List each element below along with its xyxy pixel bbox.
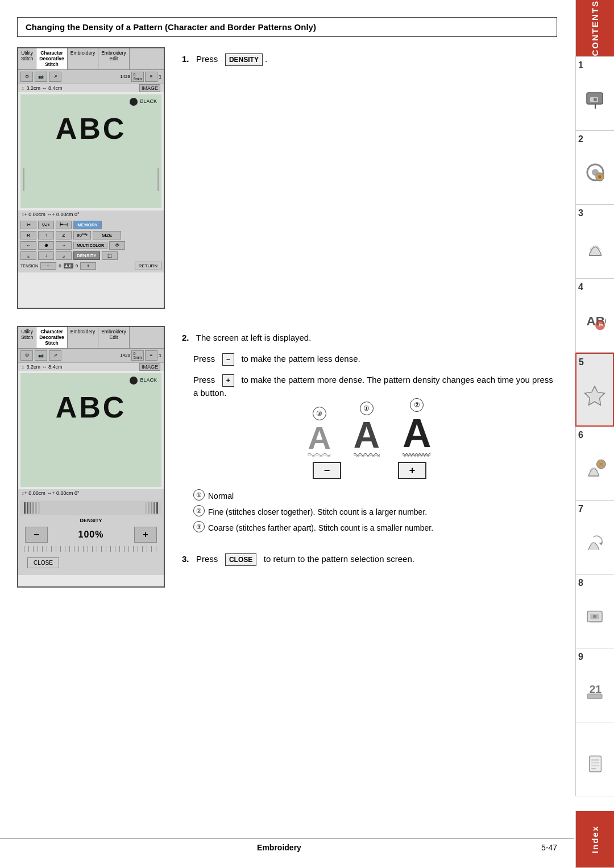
svg-rect-24 bbox=[589, 756, 601, 772]
stitch-coarse bbox=[308, 450, 330, 458]
sidebar-tab-1[interactable]: 1 bbox=[575, 57, 614, 131]
svg-point-2 bbox=[594, 98, 597, 101]
btn-br[interactable]: ⌟ bbox=[56, 251, 72, 260]
btn-90[interactable]: 90°↷ bbox=[73, 231, 91, 239]
btn-tension-plus[interactable]: + bbox=[80, 262, 96, 270]
sidebar-tab-3[interactable]: 3 bbox=[575, 205, 614, 279]
sidebar-contents-label: CONTENTS bbox=[590, 0, 600, 56]
measurement-row-2: ↕ 3.2cm ↔ 8.4cm IMAGE bbox=[18, 363, 164, 371]
btn-up[interactable]: ↑ bbox=[38, 231, 54, 239]
step2-pre2: Press bbox=[193, 375, 215, 385]
tension-label: TENSION bbox=[20, 264, 38, 268]
sidebar-num-3: 3 bbox=[578, 208, 583, 218]
sidebar-tab-6[interactable]: 6 bbox=[575, 427, 614, 501]
step2-minus-line: Press − to make the pattern less dense. bbox=[193, 353, 557, 366]
close-btn-screen[interactable]: CLOSE bbox=[27, 557, 59, 568]
minus-key[interactable]: − bbox=[222, 353, 234, 366]
screen-tab-utility[interactable]: Utility Stitch bbox=[18, 48, 36, 69]
btn-right[interactable]: → bbox=[56, 241, 72, 250]
screen2-tab-character[interactable]: Character Decorative Stitch bbox=[36, 327, 67, 348]
screen-tabs-2: Utility Stitch Character Decorative Stit… bbox=[18, 327, 164, 349]
btn-r[interactable]: R bbox=[20, 231, 36, 239]
sidebar-icon-1 bbox=[584, 87, 606, 112]
btn-tension-minus[interactable]: − bbox=[40, 262, 56, 270]
pm-row-screen: − 100% + bbox=[20, 524, 161, 545]
btn-left[interactable]: ← bbox=[20, 241, 36, 250]
legend-text-3: Coarse (stitches farther apart). Stitch … bbox=[208, 520, 433, 536]
legend-circle-3: ③ bbox=[193, 521, 205, 532]
abc-fine: A bbox=[403, 411, 432, 456]
btn-minus-screen[interactable]: − bbox=[25, 527, 48, 543]
step1-num: 1. bbox=[182, 54, 189, 64]
density-key[interactable]: DENSITY bbox=[225, 53, 263, 66]
screen-tab-edit[interactable]: Embroidery Edit bbox=[98, 48, 129, 69]
btn-size[interactable]: SIZE bbox=[93, 231, 121, 239]
legend-text-2: Fine (stitches closer together). Stitch … bbox=[208, 504, 427, 520]
step2-num: 2. bbox=[182, 333, 189, 342]
pm-illustration-row: − + bbox=[182, 462, 557, 479]
btn-density-1[interactable]: DENSITY bbox=[73, 251, 100, 260]
step1-end: . bbox=[265, 54, 267, 64]
btn-frame[interactable]: ⬚ bbox=[102, 251, 118, 260]
sidebar-tab-contents[interactable]: CONTENTS bbox=[575, 0, 614, 57]
btn-rotate[interactable]: ⟳ bbox=[109, 241, 125, 250]
sidebar-tab-9[interactable]: 9 21 bbox=[575, 648, 614, 722]
btn-plus-screen[interactable]: + bbox=[134, 527, 157, 543]
svg-point-7 bbox=[598, 175, 601, 179]
sidebar-tab-5[interactable]: 5 bbox=[575, 353, 614, 427]
btn-forward[interactable]: Z bbox=[56, 231, 72, 239]
pm-plus-illus: + bbox=[398, 462, 426, 479]
close-key[interactable]: CLOSE bbox=[225, 553, 256, 566]
sidebar-icon-3 bbox=[584, 234, 606, 261]
btn-memory[interactable]: MEMORY bbox=[73, 221, 102, 229]
black-label-2: BLACK bbox=[23, 377, 159, 385]
sidebar-icon-7 bbox=[584, 530, 606, 557]
icon-camera: 📷 bbox=[35, 72, 47, 82]
plus-key[interactable]: + bbox=[222, 374, 234, 387]
icon-row-2: ⚙ 📷 ↗ 1429 05min ≡ 1 bbox=[18, 349, 164, 363]
legend-circle-2: ② bbox=[193, 505, 205, 516]
abc-text-1: ABC bbox=[23, 106, 159, 151]
svg-rect-23 bbox=[587, 693, 602, 698]
sidebar-tab-doc[interactable] bbox=[575, 722, 614, 796]
btn-down[interactable]: ↓ bbox=[38, 251, 54, 260]
btn-scissors[interactable]: ✂ bbox=[20, 221, 36, 229]
screen2-tab-utility[interactable]: Utility Stitch bbox=[18, 327, 36, 348]
step2-pre1: Press bbox=[193, 354, 215, 363]
sidebar-tab-4[interactable]: 4 ABC ✂ bbox=[575, 279, 614, 353]
black-label-1: BLACK bbox=[23, 98, 159, 106]
sidebar-icon-8 bbox=[584, 604, 606, 631]
btn-pm[interactable]: V-/+ bbox=[38, 221, 54, 229]
icon-row-1: ⚙ 📷 ↗ 1429 05min ≡ 1 bbox=[18, 70, 164, 84]
abc-item-coarse: ③ A bbox=[308, 419, 330, 456]
btn-return[interactable]: RETURN bbox=[135, 262, 161, 270]
sidebar-tab-8[interactable]: 8 bbox=[575, 574, 614, 648]
btn-align[interactable]: ⊢⊣ bbox=[56, 221, 72, 229]
btn-bl[interactable]: ⌞ bbox=[20, 251, 36, 260]
legend-coarse: ③ Coarse (stitches farther apart). Stitc… bbox=[193, 520, 557, 536]
btn-multi[interactable]: MULTI COLOR bbox=[73, 242, 107, 249]
step2-post2: to make the pattern more dense. The patt… bbox=[193, 375, 553, 398]
sidebar-tab-7[interactable]: 7 bbox=[575, 501, 614, 574]
sidebar-tab-2[interactable]: 2 bbox=[575, 131, 614, 205]
svg-text:21: 21 bbox=[589, 683, 601, 695]
density-pct-display: 100% bbox=[78, 530, 104, 540]
screen-tab-character[interactable]: Character Decorative Stitch bbox=[36, 48, 67, 69]
svg-marker-18 bbox=[599, 542, 603, 545]
step3-text: Press bbox=[196, 554, 218, 564]
abc-normal: A bbox=[354, 414, 380, 456]
circle-1: ① bbox=[360, 402, 374, 415]
icon-num: ≡ bbox=[145, 72, 157, 82]
bottom-controls-1: ✂ V-/+ ⊢⊣ MEMORY R ↑ Z 90°↷ SIZE ← ⊕ → M… bbox=[18, 218, 164, 272]
image-btn-2[interactable]: IMAGE bbox=[139, 363, 160, 371]
screen-tab-embroidery[interactable]: Embroidery bbox=[68, 48, 98, 69]
sidebar-tab-index[interactable]: Index bbox=[575, 811, 614, 868]
image-btn-1[interactable]: IMAGE bbox=[139, 84, 160, 92]
sidebar-index-label: Index bbox=[590, 825, 600, 853]
icon2-arrow: ↗ bbox=[49, 350, 61, 361]
screen2-tab-embroidery[interactable]: Embroidery bbox=[68, 327, 98, 348]
screen2-tab-edit[interactable]: Embroidery Edit bbox=[98, 327, 129, 348]
screen-mockup-2: Utility Stitch Character Decorative Stit… bbox=[17, 326, 165, 588]
abc-item-normal: ① A bbox=[354, 414, 380, 456]
btn-center[interactable]: ⊕ bbox=[38, 241, 54, 250]
